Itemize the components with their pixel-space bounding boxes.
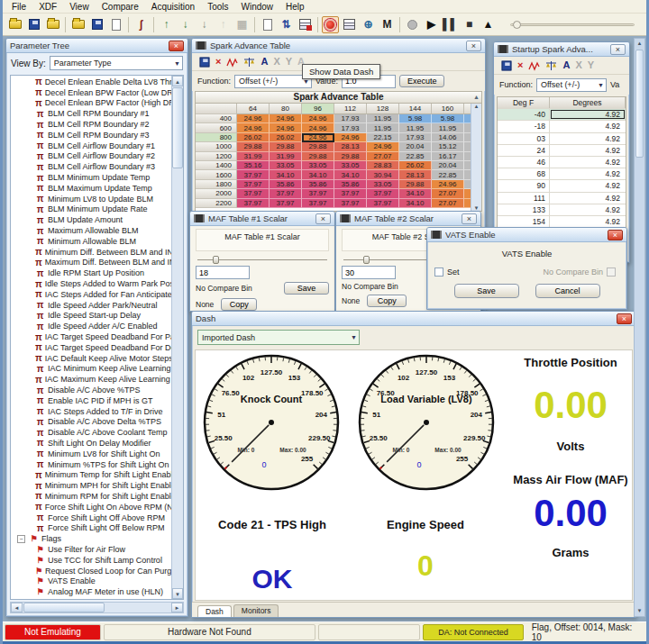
table-cell[interactable]: 34.10: [334, 170, 367, 179]
swap-icon[interactable]: ⇅: [278, 16, 295, 33]
scroll-up-icon[interactable]: ▲: [172, 76, 183, 86]
delete-icon[interactable]: ×: [215, 57, 221, 67]
workspace-scrollbar[interactable]: ▲ ▼: [634, 38, 645, 617]
save-locked-icon[interactable]: [88, 16, 105, 33]
table-cell[interactable]: 27.07: [432, 189, 464, 198]
tree-item[interactable]: πIAC Default Keep Alive Motor Steps: [11, 353, 171, 364]
y-axis-icon[interactable]: Y: [588, 60, 594, 70]
table-cell[interactable]: 28.83: [367, 161, 399, 170]
menu-item-compare[interactable]: Compare: [96, 1, 144, 13]
monitor-icon[interactable]: M: [379, 16, 396, 33]
row-header[interactable]: 1400: [196, 161, 237, 170]
tree-item[interactable]: ⚑Use TCC for Shift Lamp Control: [11, 555, 171, 566]
table-cell[interactable]: 37.97: [237, 189, 270, 198]
promote-icon[interactable]: ↑: [215, 16, 232, 33]
maf1-value-input[interactable]: [196, 266, 250, 279]
tree-item[interactable]: πBLM Cell Airflow Boundary #3: [11, 161, 171, 172]
save-icon[interactable]: [200, 57, 210, 67]
table-cell[interactable]: 24.96: [367, 142, 399, 151]
tree-item[interactable]: πIdle Speed Adder A/C Enabled: [11, 321, 171, 331]
x-axis-icon[interactable]: X: [273, 57, 279, 67]
view-by-select[interactable]: Parameter Type ▼: [50, 56, 183, 70]
table-cell[interactable]: 35.86: [270, 180, 302, 189]
column-header[interactable]: 64: [237, 104, 270, 114]
row-header[interactable]: 600: [196, 123, 237, 132]
scroll-thumb[interactable]: [172, 87, 183, 168]
eject-icon[interactable]: ▲: [480, 16, 497, 33]
table-cell[interactable]: 26.02: [237, 133, 270, 142]
tree-item[interactable]: πDisable A/C Above %TPS: [11, 385, 171, 395]
table-cell[interactable]: 24.96: [302, 123, 334, 132]
move-up-icon[interactable]: ↑: [158, 16, 175, 33]
execute-button[interactable]: Execute: [399, 75, 445, 87]
table-cell[interactable]: 33.05: [367, 180, 399, 189]
play-icon[interactable]: ▶: [423, 16, 440, 33]
tree-item[interactable]: πIdle Steps Added to Warm Park Pos: [11, 278, 171, 289]
menu-item-help[interactable]: Help: [280, 1, 310, 13]
table-cell[interactable]: 27.07: [367, 152, 399, 161]
table-cell[interactable]: 11.95: [432, 123, 464, 132]
tree-item[interactable]: πForce Shift Light On Above RPM (N: [11, 502, 171, 512]
scroll-up-icon[interactable]: ▲: [471, 104, 481, 109]
column-header[interactable]: 160: [432, 104, 464, 114]
table-cell[interactable]: 28.13: [399, 170, 432, 179]
tree-item[interactable]: πForce Shift Light Off Above RPM: [11, 512, 171, 523]
x-axis-icon[interactable]: X: [575, 60, 581, 70]
probe-icon[interactable]: ʃ: [133, 16, 150, 33]
set-checkbox[interactable]: [434, 268, 443, 277]
table-cell[interactable]: 11.95: [367, 114, 399, 123]
copy-button[interactable]: Copy: [221, 298, 257, 311]
table-cell[interactable]: 31.99: [270, 152, 302, 161]
column-header[interactable]: 144: [399, 104, 432, 114]
tree-item[interactable]: πBLM Update Amount: [11, 214, 171, 225]
dash-select[interactable]: Imported Dash ▼: [197, 330, 360, 345]
table-row[interactable]: 034.92: [498, 133, 626, 145]
row-header[interactable]: 1200: [196, 152, 237, 161]
column-header[interactable]: 96: [302, 104, 334, 114]
scroll-thumb[interactable]: [635, 50, 644, 158]
table-cell[interactable]: 34.10: [399, 189, 432, 198]
record-data-icon[interactable]: [404, 16, 421, 33]
tree-item[interactable]: πIdle RPM Start Up Position: [11, 268, 171, 278]
tree-item[interactable]: πDecel Enlean BPW Factor (High DRF: [11, 98, 171, 109]
menu-item-file[interactable]: File: [6, 1, 32, 13]
table-cell[interactable]: 37.97: [237, 180, 270, 189]
table-cell[interactable]: 29.88: [334, 152, 367, 161]
row-header[interactable]: 2200: [196, 199, 237, 208]
table-cell[interactable]: 24.96: [334, 133, 367, 142]
tree-item[interactable]: πIAC Maximum Keep Alive Learning T: [11, 374, 171, 385]
tree-item[interactable]: ⚑Analog MAF Meter in use (HLN): [11, 586, 171, 597]
table-cell[interactable]: 29.88: [270, 142, 302, 151]
tree-horizontal-scrollbar[interactable]: ◄ ►: [10, 602, 184, 613]
table-cell[interactable]: 17.93: [334, 123, 367, 132]
tree-item[interactable]: ⚑VATS Enable: [11, 576, 171, 586]
function-select[interactable]: Offset (+/-) ▼: [536, 78, 607, 92]
scales-icon[interactable]: [243, 57, 255, 68]
table-cell[interactable]: 37.97: [302, 189, 334, 198]
table-cell[interactable]: 28.13: [334, 142, 367, 151]
tree-item[interactable]: πDecel Enlean Enable Delta LV8 Thre: [11, 77, 171, 87]
edit-value-icon[interactable]: A: [562, 60, 570, 70]
table-cell[interactable]: 33.05: [302, 161, 334, 170]
table-row[interactable]: 904.92: [498, 180, 626, 192]
tree-item[interactable]: πBLM Cell RPM Boundary #1: [11, 108, 171, 119]
tree-item[interactable]: πBLM Cell RPM Boundary #2: [11, 119, 171, 130]
close-icon[interactable]: ×: [169, 41, 184, 51]
compare-checkbox[interactable]: [607, 268, 616, 277]
tree-item[interactable]: πMinimum MPH for Shift Light Enable: [11, 480, 171, 491]
save-icon[interactable]: [25, 16, 42, 33]
close-icon[interactable]: ×: [608, 230, 623, 240]
table-cell[interactable]: 24.96: [237, 123, 270, 132]
menu-item-view[interactable]: View: [64, 1, 95, 13]
table-cell[interactable]: 5.98: [399, 114, 432, 123]
table-cell[interactable]: 37.97: [302, 199, 334, 208]
save-button[interactable]: Save: [454, 284, 519, 298]
table-cell[interactable]: 29.88: [302, 142, 334, 151]
table-cell[interactable]: 15.12: [432, 142, 464, 151]
close-icon[interactable]: ×: [617, 313, 632, 324]
show-data-dash-icon[interactable]: [322, 16, 339, 33]
table-cell[interactable]: 31.99: [237, 152, 270, 161]
tree-item[interactable]: πBLM Minimum Update Temp: [11, 172, 171, 183]
scroll-down-icon[interactable]: ▼: [635, 606, 644, 616]
tree-item[interactable]: πMinimum RPM for Shift Light Enable: [11, 491, 171, 502]
